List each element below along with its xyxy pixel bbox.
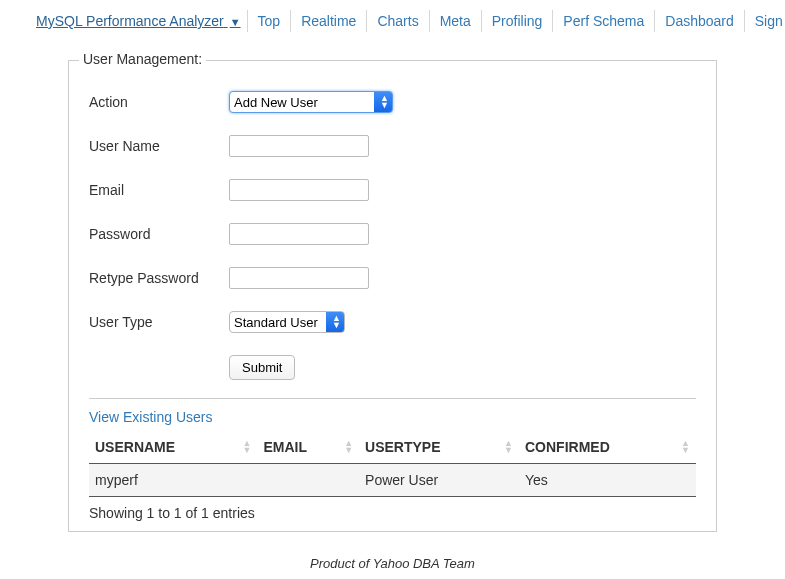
col-usertype[interactable]: USERTYPE▲▼: [359, 431, 519, 464]
nav-top[interactable]: Top: [248, 10, 292, 32]
nav-meta[interactable]: Meta: [430, 10, 482, 32]
usertype-label: User Type: [89, 314, 229, 330]
action-label: Action: [89, 94, 229, 110]
panel-legend: User Management:: [79, 51, 206, 67]
cell-email: [257, 464, 359, 497]
retype-password-label: Retype Password: [89, 270, 229, 286]
nav-signout[interactable]: Sign Out(myperf): [745, 10, 785, 32]
username-input[interactable]: [229, 135, 369, 157]
sort-icon: ▲▼: [344, 440, 353, 454]
usertype-select[interactable]: Standard User: [229, 311, 345, 333]
cell-usertype: Power User: [359, 464, 519, 497]
email-input[interactable]: [229, 179, 369, 201]
col-username[interactable]: USERNAME▲▼: [89, 431, 257, 464]
brand-link[interactable]: MySQL Performance Analyzer ▼: [36, 13, 241, 29]
table-info: Showing 1 to 1 of 1 entries: [89, 496, 696, 521]
top-nav: Top Realtime Charts Meta Profiling Perf …: [247, 10, 785, 32]
cell-confirmed: Yes: [519, 464, 696, 497]
username-label: User Name: [89, 138, 229, 154]
dropdown-triangle-icon: ▼: [230, 16, 241, 28]
view-existing-users-link[interactable]: View Existing Users: [89, 409, 212, 425]
password-input[interactable]: [229, 223, 369, 245]
user-management-panel: User Management: Action Add New User ▲▼ …: [68, 60, 717, 532]
divider: [89, 398, 696, 399]
cell-username: myperf: [89, 464, 257, 497]
footer-text: Product of Yahoo DBA Team: [8, 556, 777, 571]
sort-icon: ▲▼: [681, 440, 690, 454]
email-label: Email: [89, 182, 229, 198]
action-select[interactable]: Add New User: [229, 91, 393, 113]
sort-icon: ▲▼: [243, 440, 252, 454]
retype-password-input[interactable]: [229, 267, 369, 289]
nav-perf-schema[interactable]: Perf Schema: [553, 10, 655, 32]
table-row[interactable]: myperf Power User Yes: [89, 464, 696, 497]
password-label: Password: [89, 226, 229, 242]
col-email[interactable]: EMAIL▲▼: [257, 431, 359, 464]
sort-icon: ▲▼: [504, 440, 513, 454]
nav-dashboard[interactable]: Dashboard: [655, 10, 745, 32]
nav-charts[interactable]: Charts: [367, 10, 429, 32]
nav-realtime[interactable]: Realtime: [291, 10, 367, 32]
users-table: USERNAME▲▼ EMAIL▲▼ USERTYPE▲▼ CONFIRMED▲…: [89, 431, 696, 496]
brand-label: MySQL Performance Analyzer: [36, 13, 224, 29]
col-confirmed[interactable]: CONFIRMED▲▼: [519, 431, 696, 464]
submit-button[interactable]: Submit: [229, 355, 295, 380]
nav-profiling[interactable]: Profiling: [482, 10, 554, 32]
